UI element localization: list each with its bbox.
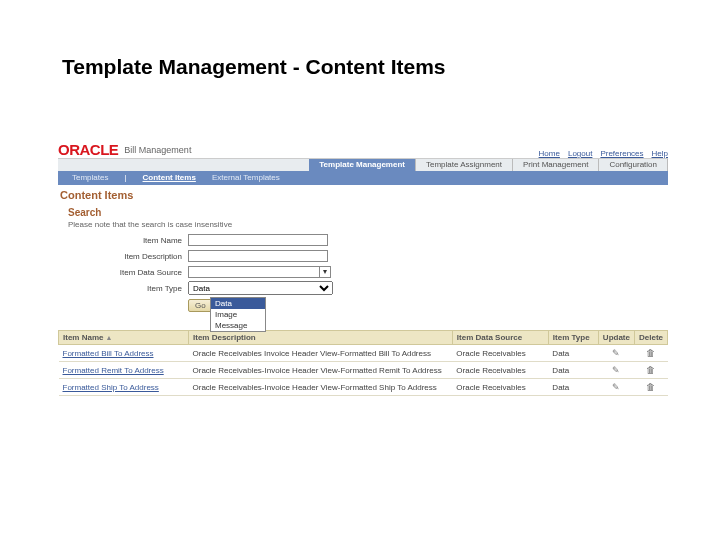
item-datasource-label: Item Data Source	[88, 268, 188, 277]
row-desc: Oracle Receivables-Invoice Header View-F…	[189, 379, 453, 396]
table-row: Formatted Ship To Address Oracle Receiva…	[59, 379, 668, 396]
col-item-type[interactable]: Item Type	[548, 331, 598, 345]
row-type: Data	[548, 362, 598, 379]
help-link[interactable]: Help	[652, 149, 668, 158]
table-row: Formatted Bill To Address Oracle Receiva…	[59, 345, 668, 362]
type-option-image[interactable]: Image	[211, 309, 265, 320]
go-button[interactable]: Go	[188, 299, 213, 312]
search-hint: Please note that the search is case inse…	[58, 218, 668, 233]
logo-area: ORACLE Bill Management	[58, 141, 191, 158]
item-name-input[interactable]	[188, 234, 328, 246]
slide-title: Template Management - Content Items	[62, 55, 446, 79]
results-table: Item Name▲ Item Description Item Data So…	[58, 330, 668, 396]
type-option-data[interactable]: Data	[211, 298, 265, 309]
secondary-tabs: Templates | Content Items External Templ…	[58, 172, 668, 185]
row-type: Data	[548, 345, 598, 362]
oracle-logo: ORACLE	[58, 141, 118, 158]
row-name-link[interactable]: Formatted Remit To Address	[59, 362, 189, 379]
item-datasource-input[interactable]	[188, 266, 320, 278]
tab-template-assignment[interactable]: Template Assignment	[416, 159, 513, 171]
col-item-name[interactable]: Item Name▲	[59, 331, 189, 345]
item-type-label: Item Type	[88, 284, 188, 293]
search-form: Item Name Item Description Item Data Sou…	[58, 233, 668, 295]
item-type-select[interactable]: Data	[188, 281, 333, 295]
home-link[interactable]: Home	[539, 149, 560, 158]
col-delete: Delete	[634, 331, 667, 345]
pencil-icon[interactable]	[611, 365, 621, 375]
item-description-label: Item Description	[88, 252, 188, 261]
row-name-link[interactable]: Formatted Ship To Address	[59, 379, 189, 396]
lov-icon[interactable]: ▾	[319, 266, 331, 278]
row-name-link[interactable]: Formatted Bill To Address	[59, 345, 189, 362]
pencil-icon[interactable]	[611, 348, 621, 358]
logout-link[interactable]: Logout	[568, 149, 592, 158]
trash-icon[interactable]	[646, 382, 656, 392]
type-option-message[interactable]: Message	[211, 320, 265, 331]
row-desc: Oracle Receivables-Invoice Header View-F…	[189, 362, 453, 379]
row-datasource: Oracle Receivables	[452, 379, 548, 396]
trash-icon[interactable]	[646, 348, 656, 358]
row-datasource: Oracle Receivables	[452, 362, 548, 379]
app-name: Bill Management	[124, 145, 191, 155]
tab-template-management[interactable]: Template Management	[309, 159, 416, 171]
subtab-templates[interactable]: Templates	[64, 172, 116, 185]
sort-asc-icon: ▲	[105, 334, 112, 341]
row-desc: Oracle Receivables Invoice Header View-F…	[189, 345, 453, 362]
tab-configuration[interactable]: Configuration	[599, 159, 668, 171]
subtab-external-templates[interactable]: External Templates	[204, 172, 288, 185]
col-update: Update	[598, 331, 634, 345]
search-heading: Search	[58, 203, 668, 218]
trash-icon[interactable]	[646, 365, 656, 375]
col-item-description[interactable]: Item Description	[189, 331, 453, 345]
item-name-label: Item Name	[88, 236, 188, 245]
subtab-content-items[interactable]: Content Items	[135, 172, 204, 185]
pencil-icon[interactable]	[611, 382, 621, 392]
table-row: Formatted Remit To Address Oracle Receiv…	[59, 362, 668, 379]
preferences-link[interactable]: Preferences	[600, 149, 643, 158]
row-datasource: Oracle Receivables	[452, 345, 548, 362]
row-type: Data	[548, 379, 598, 396]
item-type-dropdown-popup: Data Image Message	[210, 297, 266, 332]
utility-links: Home Logout Preferences Help	[539, 149, 668, 158]
primary-tabs: Template Management Template Assignment …	[58, 158, 668, 172]
item-description-input[interactable]	[188, 250, 328, 262]
tab-print-management[interactable]: Print Management	[513, 159, 599, 171]
page-heading: Content Items	[58, 185, 668, 203]
topbar: ORACLE Bill Management Home Logout Prefe…	[58, 132, 668, 158]
col-item-datasource[interactable]: Item Data Source	[452, 331, 548, 345]
oracle-app-frame: ORACLE Bill Management Home Logout Prefe…	[58, 132, 668, 396]
